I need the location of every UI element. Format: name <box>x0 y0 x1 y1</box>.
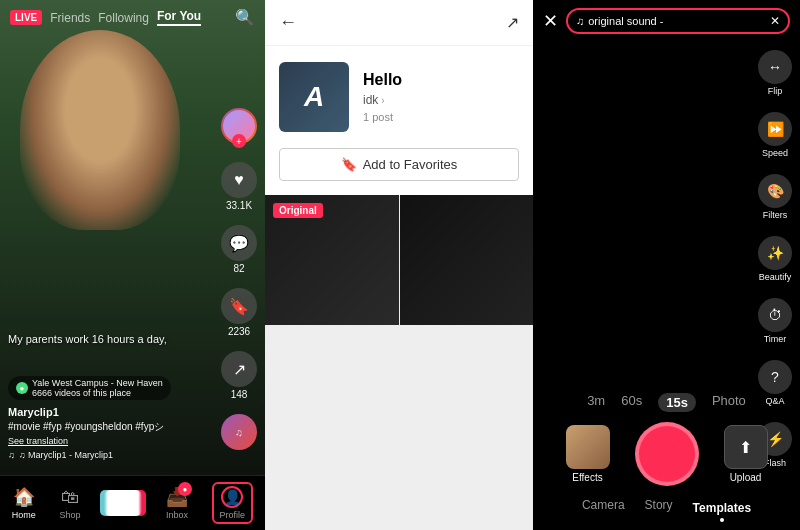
speed-label: Speed <box>762 148 788 158</box>
share-count: 148 <box>231 389 248 400</box>
bookmark-add-icon: 🔖 <box>341 157 357 172</box>
sound-videos-grid: Original <box>265 195 533 530</box>
upload-label: Upload <box>730 472 762 483</box>
see-translation-link[interactable]: See translation <box>8 436 215 446</box>
beautify-icon: ✨ <box>758 236 792 270</box>
bottom-navigation: 🏠 Home 🛍 Shop + 📥 ● Inbox 👤 Profile <box>0 475 265 530</box>
back-button[interactable]: ← <box>279 12 297 33</box>
close-button[interactable]: ✕ <box>543 12 558 30</box>
video-username[interactable]: Maryclip1 <box>8 406 215 418</box>
sound-artist[interactable]: idk › <box>363 93 519 107</box>
sound-video-cell-1[interactable]: Original <box>265 195 399 325</box>
sound-name: ♫ Maryclip1 - Maryclip1 <box>19 450 113 460</box>
duration-60s[interactable]: 60s <box>621 393 642 412</box>
flip-label: Flip <box>768 86 783 96</box>
feed-right-actions: + ♥ 33.1K 💬 82 🔖 2236 ↗ 148 ♫ <box>221 108 257 450</box>
nav-inbox-item[interactable]: 📥 ● Inbox <box>166 486 188 520</box>
timer-icon: ⏱ <box>758 298 792 332</box>
live-badge[interactable]: LIVE <box>10 10 42 25</box>
duration-selector: 3m 60s 15s Photo <box>533 393 800 412</box>
camera-panel: ✕ ♫ original sound - ✕ ↔ Flip ⏩ Speed 🎨 … <box>533 0 800 530</box>
like-button[interactable]: ♥ 33.1K <box>221 162 257 211</box>
camera-header: ✕ ♫ original sound - ✕ <box>533 0 800 42</box>
like-count: 33.1K <box>226 200 252 211</box>
add-favorites-label: Add to Favorites <box>363 157 458 172</box>
sound-video-cell-2[interactable] <box>400 195 534 325</box>
duration-3m[interactable]: 3m <box>587 393 605 412</box>
upload-icon: ⬆ <box>739 438 752 457</box>
nav-following[interactable]: Following <box>98 11 149 25</box>
beautify-label: Beautify <box>759 272 792 282</box>
active-tab-indicator <box>720 518 724 522</box>
effects-button[interactable]: Effects <box>566 425 610 483</box>
video-caption: My parents work 16 hours a day, <box>8 333 215 345</box>
location-icon: ● <box>16 382 28 394</box>
comment-icon: 💬 <box>221 225 257 261</box>
album-art: A <box>279 62 349 132</box>
shop-icon: 🛍 <box>61 487 79 508</box>
upload-button[interactable]: ⬆ Upload <box>724 425 768 483</box>
effects-label: Effects <box>572 472 602 483</box>
tab-story[interactable]: Story <box>645 498 673 522</box>
sound-detail-panel: ← ↗ A Hello idk › 1 post 🔖 Add to Favori… <box>265 0 533 530</box>
sound-post-count: 1 post <box>363 111 519 123</box>
share-button[interactable]: ↗ 148 <box>221 351 257 400</box>
original-badge: Original <box>273 203 323 218</box>
camera-bottom-controls: 3m 60s 15s Photo Effects ⬆ Upload Camera… <box>533 393 800 530</box>
effects-thumbnail <box>566 425 610 469</box>
sound-tag[interactable]: ♫ ♫ Maryclip1 - Maryclip1 <box>8 450 215 460</box>
sound-share-button[interactable]: ↗ <box>506 13 519 32</box>
comment-button[interactable]: 💬 82 <box>221 225 257 274</box>
location-tag[interactable]: ● Yale West Campus - New Haven 6666 vide… <box>8 376 171 400</box>
nav-friends[interactable]: Friends <box>50 11 90 25</box>
artist-name: idk <box>363 93 378 107</box>
sound-info-section: A Hello idk › 1 post <box>265 46 533 148</box>
speed-tool[interactable]: ⏩ Speed <box>758 112 792 158</box>
add-to-favorites-button[interactable]: 🔖 Add to Favorites <box>279 148 519 181</box>
profile-avatar: 👤 <box>221 486 243 508</box>
upload-thumbnail: ⬆ <box>724 425 768 469</box>
filters-tool[interactable]: 🎨 Filters <box>758 174 792 220</box>
sound-pill[interactable]: ♫ original sound - ✕ <box>566 8 790 34</box>
flip-icon: ↔ <box>758 50 792 84</box>
video-thumbnail-2 <box>400 195 534 325</box>
tab-templates[interactable]: Templates <box>693 501 751 515</box>
creator-avatar-container[interactable]: + <box>221 108 257 144</box>
nav-shop-label: Shop <box>60 510 81 520</box>
beautify-tool[interactable]: ✨ Beautify <box>758 236 792 282</box>
remove-sound-icon[interactable]: ✕ <box>770 14 780 28</box>
heart-icon: ♥ <box>221 162 257 198</box>
feed-header: LIVE Friends Following For You 🔍 <box>0 0 265 35</box>
record-button[interactable] <box>635 422 699 486</box>
sound-header: ← ↗ <box>265 0 533 46</box>
bookmark-count: 2236 <box>228 326 250 337</box>
duration-photo[interactable]: Photo <box>712 393 746 412</box>
disc-icon: ♫ <box>221 414 257 450</box>
nav-profile-item[interactable]: 👤 Profile <box>212 482 254 524</box>
camera-mode-tabs: Camera Story Templates <box>533 498 800 530</box>
nav-home-label: Home <box>12 510 36 520</box>
sound-pill-text: original sound - <box>588 15 766 27</box>
speed-icon: ⏩ <box>758 112 792 146</box>
bookmark-button[interactable]: 🔖 2236 <box>221 288 257 337</box>
nav-create-item[interactable]: + <box>104 490 142 516</box>
follow-plus-icon[interactable]: + <box>232 134 246 148</box>
chevron-right-icon: › <box>381 95 384 106</box>
qa-icon: ? <box>758 360 792 394</box>
duration-15s[interactable]: 15s <box>658 393 696 412</box>
nav-shop-item[interactable]: 🛍 Shop <box>60 487 81 520</box>
search-icon[interactable]: 🔍 <box>235 8 255 27</box>
create-button[interactable]: + <box>104 490 142 516</box>
nav-for-you[interactable]: For You <box>157 9 201 26</box>
filters-icon: 🎨 <box>758 174 792 208</box>
timer-tool[interactable]: ⏱ Timer <box>758 298 792 344</box>
tab-camera[interactable]: Camera <box>582 498 625 522</box>
timer-label: Timer <box>764 334 787 344</box>
share-icon: ↗ <box>221 351 257 387</box>
sound-title: Hello <box>363 71 519 89</box>
sound-metadata: Hello idk › 1 post <box>363 71 519 123</box>
flip-tool[interactable]: ↔ Flip <box>758 50 792 96</box>
nav-profile-label: Profile <box>220 510 246 520</box>
sound-disc-button[interactable]: ♫ <box>221 414 257 450</box>
nav-home-item[interactable]: 🏠 Home <box>12 486 36 520</box>
